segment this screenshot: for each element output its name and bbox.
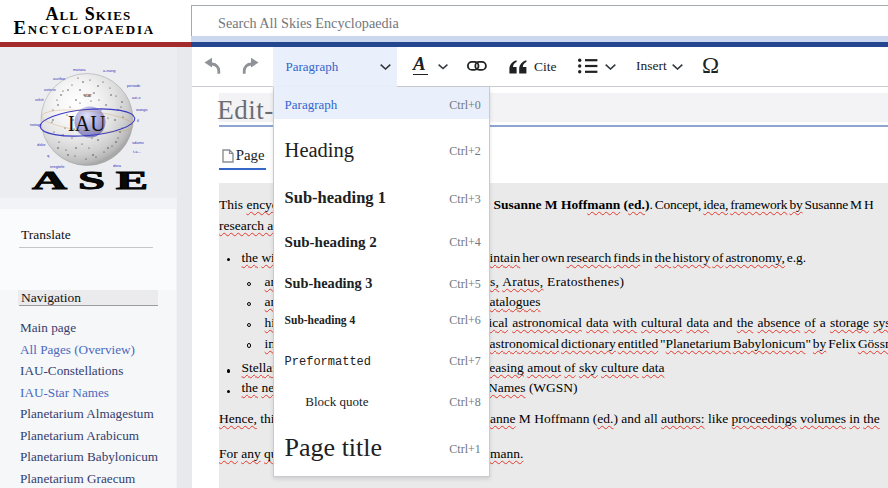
svg-text:wangs: wangs	[136, 107, 148, 112]
svg-text:azi-x: azi-x	[132, 95, 140, 100]
svg-text:aurifae: aurifae	[53, 76, 66, 81]
svg-text:asterix: asterix	[44, 87, 56, 92]
svg-text:periode: periode	[127, 83, 141, 88]
svg-text:a-nang: a-nang	[103, 68, 115, 73]
svg-text:urkitt: urkitt	[35, 97, 45, 102]
svg-text:tl: tl	[137, 118, 139, 123]
svg-text:q: q	[47, 153, 49, 158]
svg-text:IAU: IAU	[68, 110, 106, 136]
svg-text:star: star	[84, 93, 92, 98]
svg-text:t.a...: t.a...	[133, 149, 141, 154]
svg-text:notag: notag	[30, 122, 40, 127]
svg-text:sdams: sdams	[132, 140, 144, 145]
svg-text:dske: dske	[37, 142, 46, 147]
svg-text:matara: matara	[73, 67, 86, 72]
